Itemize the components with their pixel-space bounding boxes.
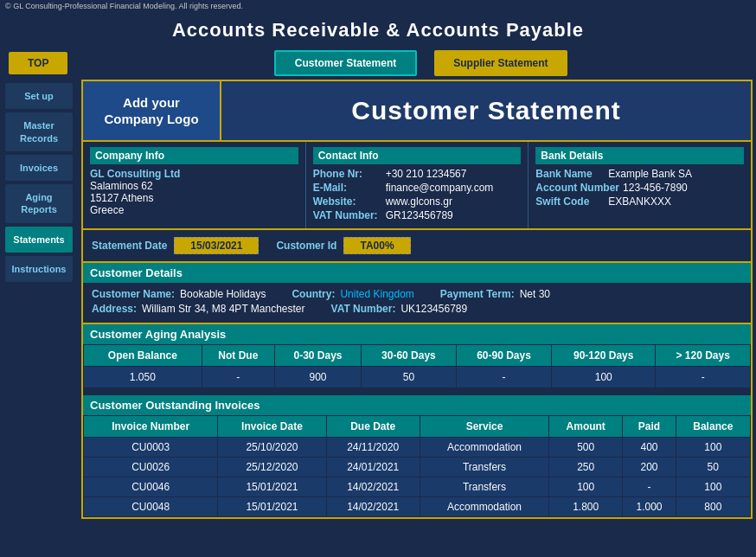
sidebar-item-master-records[interactable]: Master Records bbox=[5, 112, 73, 151]
sidebar-item-instructions[interactable]: Instructions bbox=[5, 256, 73, 282]
inv-cell: 200 bbox=[623, 458, 676, 477]
company-info-col: Company Info GL Consulting Ltd Salaminos… bbox=[83, 142, 306, 228]
website-row: Website: www.glcons.gr bbox=[313, 195, 522, 208]
copyright-text: © GL Consulting-Professional Financial M… bbox=[5, 2, 243, 10]
inv-table-row: CU004815/01/202114/02/2021Accommodation1… bbox=[84, 497, 751, 517]
aging-val-90120: 100 bbox=[552, 367, 656, 388]
customer-id-row: Customer Id TA00% bbox=[276, 237, 410, 254]
outer-layout: Set up Master Records Invoices Aging Rep… bbox=[0, 80, 756, 557]
email-label: E-Mail: bbox=[313, 182, 382, 194]
inv-cell: 14/02/2021 bbox=[326, 477, 420, 497]
bank-name-row: Bank Name Example Bank SA bbox=[535, 168, 744, 180]
inv-cell: 24/11/2020 bbox=[326, 438, 420, 458]
sidebar-item-invoices[interactable]: Invoices bbox=[5, 155, 73, 181]
customer-name-label: Customer Name: bbox=[92, 288, 175, 300]
header-section: Add your Company Logo Customer Statement bbox=[83, 81, 751, 142]
outstanding-section: Customer Outstanding Invoices Invoice Nu… bbox=[83, 395, 751, 517]
phone-label: Phone Nr: bbox=[313, 168, 382, 180]
logo-box: Add your Company Logo bbox=[83, 81, 221, 140]
inv-table-body: CU000325/10/202024/11/2020Accommodation5… bbox=[84, 438, 751, 517]
phone-value: +30 210 1234567 bbox=[386, 168, 467, 180]
aging-val-open: 1.050 bbox=[84, 367, 202, 388]
inv-cell: 800 bbox=[676, 497, 750, 517]
center-nav-buttons: Customer Statement Supplier Statement bbox=[93, 50, 747, 76]
inv-cell: - bbox=[623, 477, 676, 497]
customer-vat-item: VAT Number: UK123456789 bbox=[331, 303, 468, 315]
inv-cell: 100 bbox=[549, 477, 623, 497]
top-button[interactable]: TOP bbox=[9, 52, 67, 74]
swift-label: Swift Code bbox=[535, 195, 605, 208]
swift-row: Swift Code EXBANKXXX bbox=[535, 195, 744, 208]
top-nav: TOP Customer Statement Supplier Statemen… bbox=[0, 47, 756, 80]
inv-cell: 14/02/2021 bbox=[326, 497, 420, 517]
inv-cell: CU0048 bbox=[84, 497, 218, 517]
aging-table: Open Balance Not Due 0-30 Days 30-60 Day… bbox=[83, 344, 751, 388]
statement-date-value[interactable]: 15/03/2021 bbox=[174, 237, 259, 254]
bank-details-header: Bank Details bbox=[535, 147, 744, 164]
inv-col-number: Invoice Number bbox=[84, 416, 218, 438]
aging-col-notdue: Not Due bbox=[202, 345, 274, 367]
inv-cell: 25/12/2020 bbox=[218, 458, 326, 477]
content-area: Add your Company Logo Customer Statement… bbox=[78, 80, 756, 557]
company-info-header: Company Info bbox=[90, 147, 298, 164]
sidebar-item-aging-reports[interactable]: Aging Reports bbox=[5, 184, 73, 223]
inv-cell: CU0046 bbox=[84, 477, 218, 497]
invoices-table: Invoice Number Invoice Date Due Date Ser… bbox=[83, 415, 751, 517]
sidebar-item-setup[interactable]: Set up bbox=[5, 83, 73, 109]
aging-val-notdue: - bbox=[202, 367, 274, 388]
aging-table-header-row: Open Balance Not Due 0-30 Days 30-60 Day… bbox=[84, 345, 751, 367]
customer-country-value: United Kingdom bbox=[340, 288, 413, 300]
aging-val-6090: - bbox=[456, 367, 551, 388]
company-country: Greece bbox=[90, 204, 298, 216]
sidebar-item-statements[interactable]: Statements bbox=[5, 227, 73, 253]
inv-cell: 100 bbox=[676, 477, 750, 497]
aging-col-open: Open Balance bbox=[84, 345, 202, 367]
company-address1: Salaminos 62 bbox=[90, 180, 298, 192]
inv-cell: 250 bbox=[549, 458, 623, 477]
company-name: GL Consulting Ltd bbox=[90, 168, 298, 180]
logo-line1: Add your Company Logo bbox=[104, 94, 198, 128]
supplier-statement-button[interactable]: Supplier Statement bbox=[434, 50, 567, 76]
aging-val-3060: 50 bbox=[361, 367, 456, 388]
sidebar: Set up Master Records Invoices Aging Rep… bbox=[0, 80, 78, 557]
customer-statement-title: Customer Statement bbox=[221, 81, 751, 140]
customer-payment-term-label: Payment Term: bbox=[440, 288, 515, 300]
statement-fields: Statement Date 15/03/2021 Customer Id TA… bbox=[83, 230, 751, 263]
account-number-label: Account Number bbox=[535, 182, 619, 194]
inv-col-date: Invoice Date bbox=[218, 416, 326, 438]
customer-name-value: Bookable Holidays bbox=[180, 288, 266, 300]
customer-country-item: Country: United Kingdom bbox=[292, 288, 413, 300]
inv-table-row: CU004615/01/202114/02/2021Transfers100-1… bbox=[84, 477, 751, 497]
inv-cell: 15/01/2021 bbox=[218, 477, 326, 497]
inv-table-row: CU002625/12/202024/01/2021Transfers25020… bbox=[84, 458, 751, 477]
bank-name-label: Bank Name bbox=[535, 168, 605, 180]
swift-value: EXBANKXXX bbox=[608, 195, 671, 208]
customer-id-label: Customer Id bbox=[276, 240, 336, 252]
inv-cell: 1.000 bbox=[623, 497, 676, 517]
aging-section-header: Customer Aging Analysis bbox=[83, 324, 751, 344]
aging-col-120: > 120 Days bbox=[656, 345, 751, 367]
company-address2: 15127 Athens bbox=[90, 192, 298, 204]
customer-id-value[interactable]: TA00% bbox=[343, 237, 410, 254]
inv-cell: 24/01/2021 bbox=[326, 458, 420, 477]
customer-statement-button[interactable]: Customer Statement bbox=[274, 50, 417, 76]
inv-cell: 100 bbox=[676, 438, 750, 458]
inv-cell: Accommodation bbox=[420, 438, 548, 458]
email-row: E-Mail: finance@company.com bbox=[313, 182, 522, 194]
vat-row: VAT Number: GR123456789 bbox=[313, 209, 522, 221]
inv-col-balance: Balance bbox=[676, 416, 750, 438]
aging-col-3060: 30-60 Days bbox=[361, 345, 456, 367]
aging-col-6090: 60-90 Days bbox=[456, 345, 551, 367]
inv-cell: 50 bbox=[676, 458, 750, 477]
contact-info-col: Contact Info Phone Nr: +30 210 1234567 E… bbox=[306, 142, 529, 228]
customer-payment-term-item: Payment Term: Net 30 bbox=[440, 288, 550, 300]
inv-cell: 500 bbox=[549, 438, 623, 458]
inv-cell: CU0026 bbox=[84, 458, 218, 477]
inv-table-header-row: Invoice Number Invoice Date Due Date Ser… bbox=[84, 416, 751, 438]
inv-cell: 15/01/2021 bbox=[218, 497, 326, 517]
customer-address-label: Address: bbox=[92, 303, 137, 315]
aging-section: Customer Aging Analysis Open Balance Not… bbox=[83, 324, 751, 388]
info-table-section: Company Info GL Consulting Ltd Salaminos… bbox=[83, 142, 751, 230]
account-number-value: 123-456-7890 bbox=[623, 182, 688, 194]
customer-country-label: Country: bbox=[292, 288, 335, 300]
